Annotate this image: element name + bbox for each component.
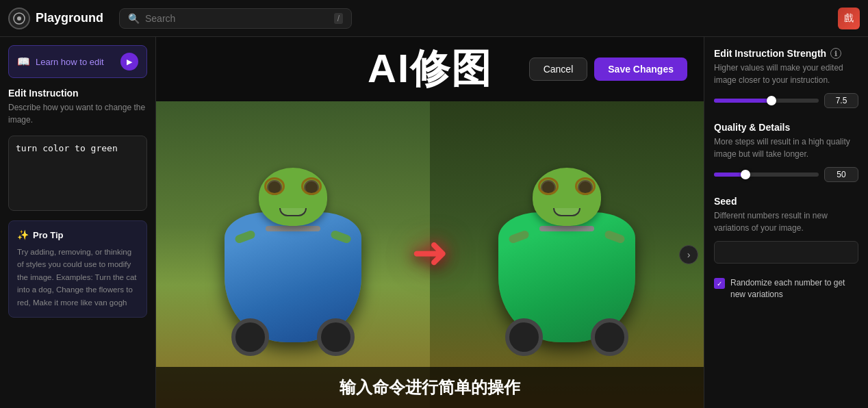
logo-area: Playground <box>8 8 111 29</box>
strength-slider-row: 7.5 <box>714 93 858 108</box>
svg-point-1 <box>17 16 21 21</box>
strength-title-row: Edit Instruction Strength ℹ <box>714 48 858 59</box>
main-layout: 📖 Learn how to edit ▶ Edit Instruction D… <box>0 37 868 408</box>
nav-right: 戲 <box>838 8 860 29</box>
center-content: AI修图 Cancel Save Changes Original <box>156 37 704 408</box>
quality-value: 50 <box>824 167 858 182</box>
quality-desc: More steps will result in a high quality… <box>714 136 858 160</box>
seed-title-row: Seed <box>714 196 858 207</box>
strength-section: Edit Instruction Strength ℹ Higher value… <box>714 48 858 108</box>
star-icon: ✨ <box>17 229 29 240</box>
frog-before <box>156 101 430 408</box>
pro-tip-header: ✨ Pro Tip <box>17 229 138 240</box>
randomize-label: Randomize each number to get new variati… <box>730 277 858 301</box>
quality-title-row: Quality & Details <box>714 122 858 133</box>
search-input[interactable] <box>145 13 329 24</box>
edit-instruction-section: Edit Instruction Describe how you want t… <box>8 88 147 126</box>
search-icon: 🔍 <box>128 13 140 24</box>
quality-slider-row: 50 <box>714 167 858 182</box>
quality-section: Quality & Details More steps will result… <box>714 122 858 182</box>
seed-title: Seed <box>714 196 737 207</box>
next-button[interactable]: › <box>679 245 698 264</box>
app-title: Playground <box>36 11 103 25</box>
left-sidebar: 📖 Learn how to edit ▶ Edit Instruction D… <box>0 37 156 408</box>
seed-input[interactable] <box>714 241 858 264</box>
center-top: AI修图 Cancel Save Changes <box>156 37 704 101</box>
pro-tip-text: Try adding, removing, or thinking of sty… <box>17 246 138 309</box>
strength-value: 7.5 <box>824 93 858 108</box>
pro-tip-box: ✨ Pro Tip Try adding, removing, or think… <box>8 220 147 318</box>
frog-scene: Original <box>156 101 704 408</box>
instruction-textarea[interactable]: turn color to green <box>8 136 147 211</box>
edit-instruction-title: Edit Instruction <box>8 88 147 99</box>
strength-info-icon[interactable]: ℹ <box>830 48 841 59</box>
right-sidebar: Edit Instruction Strength ℹ Higher value… <box>704 37 868 408</box>
logo-icon <box>8 8 30 29</box>
learn-how-to-edit-button[interactable]: 📖 Learn how to edit ▶ <box>8 45 147 78</box>
search-bar[interactable]: 🔍 / <box>119 8 352 29</box>
quality-slider-thumb[interactable] <box>741 170 750 179</box>
quality-slider[interactable] <box>714 173 819 177</box>
edit-instruction-desc: Describe how you want to change the imag… <box>8 101 147 126</box>
frog-after <box>430 101 704 408</box>
strength-slider-thumb[interactable] <box>767 96 776 105</box>
image-area: Original <box>156 101 704 408</box>
strength-desc: Higher values will make your edited imag… <box>714 62 858 86</box>
action-buttons: Cancel Save Changes <box>529 58 687 81</box>
quality-title: Quality & Details <box>714 122 790 133</box>
pro-tip-label: Pro Tip <box>33 230 64 240</box>
randomize-row: ✓ Randomize each number to get new varia… <box>714 277 858 301</box>
kbd-slash: / <box>334 13 343 24</box>
arrow-icon: ➜ <box>411 227 448 278</box>
user-avatar[interactable]: 戲 <box>838 8 860 29</box>
strength-title: Edit Instruction Strength <box>714 48 826 59</box>
seed-section: Seed Different numbers result in new var… <box>714 196 858 264</box>
cancel-button[interactable]: Cancel <box>529 58 588 81</box>
play-icon[interactable]: ▶ <box>120 53 138 71</box>
bottom-overlay-text: 输入命令进行简单的操作 <box>156 367 704 408</box>
save-changes-button[interactable]: Save Changes <box>594 58 687 81</box>
book-icon: 📖 <box>17 55 30 68</box>
strength-slider[interactable] <box>714 99 819 103</box>
learn-btn-label: Learn how to edit <box>36 57 104 67</box>
randomize-checkbox[interactable]: ✓ <box>714 278 725 289</box>
topnav: Playground 🔍 / 戲 <box>0 0 868 37</box>
strength-slider-fill <box>714 99 771 103</box>
learn-btn-left: 📖 Learn how to edit <box>17 55 104 68</box>
seed-desc: Different numbers result in new variatio… <box>714 209 858 234</box>
page-title: AI修图 <box>368 42 492 96</box>
